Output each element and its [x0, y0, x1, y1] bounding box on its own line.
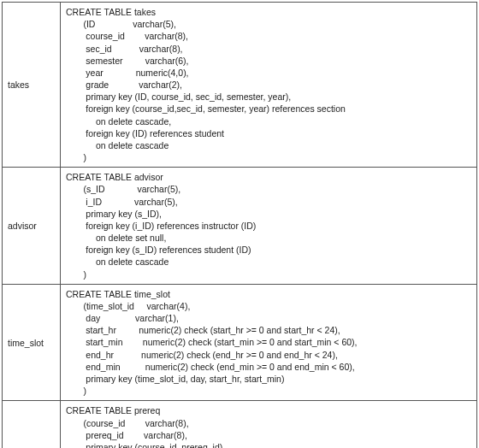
table-row: takes CREATE TABLE takes (ID varchar(5),…	[3, 3, 477, 168]
table-row: time_slot CREATE TABLE time_slot (time_s…	[3, 284, 477, 401]
row-label: prereq	[3, 401, 61, 448]
row-label: takes	[3, 3, 61, 168]
row-sql: CREATE TABLE takes (ID varchar(5), cours…	[61, 3, 477, 168]
row-label: time_slot	[3, 284, 61, 401]
table-row: advisor CREATE TABLE advisor (s_ID varch…	[3, 168, 477, 285]
row-label: advisor	[3, 168, 61, 285]
row-sql: CREATE TABLE time_slot (time_slot_id var…	[61, 284, 477, 401]
row-sql: CREATE TABLE prereq (course_id varchar(8…	[61, 401, 477, 448]
sql-ddl-table: takes CREATE TABLE takes (ID varchar(5),…	[2, 2, 477, 448]
table-row: prereq CREATE TABLE prereq (course_id va…	[3, 401, 477, 448]
row-sql: CREATE TABLE advisor (s_ID varchar(5), i…	[61, 168, 477, 285]
